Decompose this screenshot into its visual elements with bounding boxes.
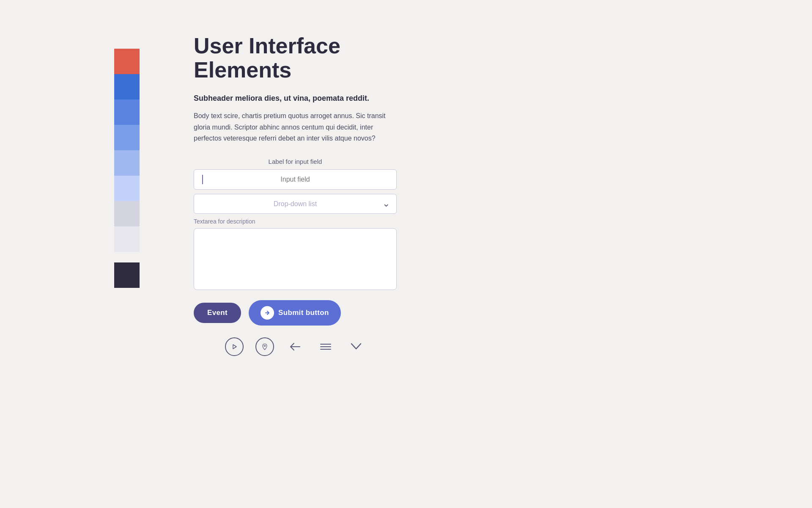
buttons-row: Event Submit button bbox=[194, 300, 397, 326]
main-content: User Interface Elements Subheader melior… bbox=[194, 34, 397, 356]
textarea-card bbox=[194, 228, 397, 290]
event-button[interactable]: Event bbox=[194, 303, 241, 323]
submit-button[interactable]: Submit button bbox=[249, 300, 341, 326]
body-text: Body text scire, chartis pretium quotus … bbox=[194, 110, 397, 144]
swatch-blue-pale bbox=[114, 176, 140, 201]
textarea-input[interactable] bbox=[198, 233, 392, 284]
textarea-label: Textarea for description bbox=[194, 218, 397, 225]
swatch-gray-light bbox=[114, 201, 140, 226]
subheader: Subheader meliora dies, ut vina, poemata… bbox=[194, 94, 397, 103]
menu-icon[interactable] bbox=[316, 337, 335, 356]
chevron-down-icon[interactable] bbox=[347, 337, 365, 356]
submit-button-label: Submit button bbox=[278, 309, 329, 317]
swatch-red bbox=[114, 49, 140, 74]
dropdown-select[interactable]: Drop-down list bbox=[194, 194, 397, 214]
submit-arrow-icon bbox=[261, 306, 274, 320]
back-arrow-icon[interactable] bbox=[286, 337, 304, 356]
icons-row bbox=[194, 337, 397, 356]
swatch-blue-lighter bbox=[114, 150, 140, 176]
form-section: Label for input field Drop-down list ⌄ T… bbox=[194, 158, 397, 290]
swatch-blue-light bbox=[114, 125, 140, 150]
svg-marker-0 bbox=[233, 345, 236, 349]
color-palette bbox=[114, 49, 140, 252]
text-input[interactable] bbox=[194, 169, 397, 190]
dropdown-wrapper: Drop-down list ⌄ bbox=[194, 194, 397, 214]
swatch-blue-dark bbox=[114, 74, 140, 99]
cursor-indicator bbox=[202, 175, 203, 184]
swatch-blue-mid bbox=[114, 99, 140, 125]
page-title: User Interface Elements bbox=[194, 34, 397, 82]
swatch-dark bbox=[114, 262, 140, 288]
input-field-wrapper bbox=[194, 169, 397, 190]
swatch-gray-lighter bbox=[114, 226, 140, 252]
input-label: Label for input field bbox=[194, 158, 397, 165]
location-icon[interactable] bbox=[255, 337, 274, 356]
play-icon[interactable] bbox=[225, 337, 244, 356]
